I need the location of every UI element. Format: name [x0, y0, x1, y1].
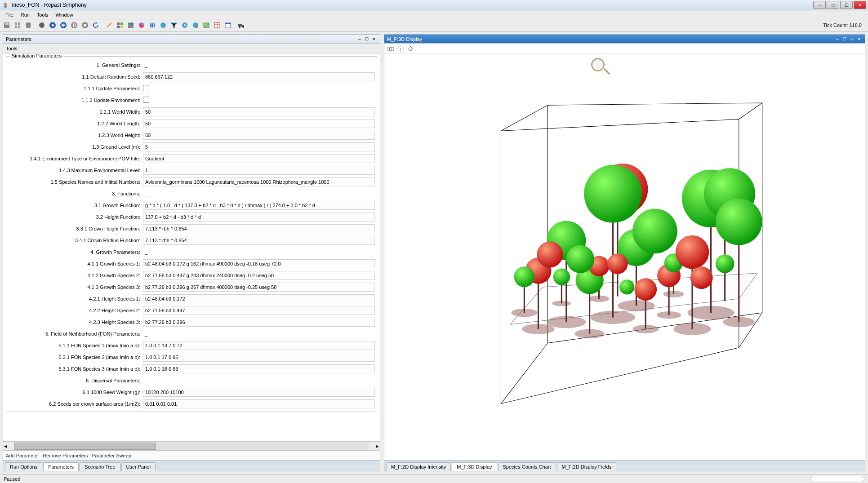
param-input[interactable] [143, 201, 375, 210]
param-row: 3.1 Growth Function: [8, 199, 375, 211]
horizontal-scrollbar[interactable]: ◄ ► [3, 441, 380, 450]
tab-3d-display[interactable]: M_F:3D Display [452, 462, 497, 471]
record-icon[interactable] [37, 20, 47, 30]
param-input[interactable] [143, 166, 375, 175]
maximize-button[interactable]: ☐ [840, 1, 853, 9]
add-parameter-link[interactable]: Add Parameter [6, 453, 39, 458]
param-row: 6.1 1000 Seed Weight (g): [8, 386, 375, 398]
panel-minimize-icon[interactable]: ─ [356, 36, 363, 42]
palette-icon[interactable] [115, 20, 125, 30]
home-icon[interactable] [407, 45, 414, 52]
parameters-scroll-area[interactable]: Simulation Parameters 1. General Setting… [3, 53, 380, 441]
truck-icon[interactable] [236, 20, 246, 30]
param-input[interactable] [143, 119, 375, 128]
camera-icon[interactable] [387, 45, 394, 52]
param-input[interactable] [143, 259, 375, 268]
param-input[interactable] [143, 306, 375, 315]
tab-scenario-tree[interactable]: Scenario Tree [80, 462, 120, 471]
image-icon[interactable] [201, 20, 211, 30]
param-label: 1.5 Species Names and Initital Numbers: [8, 179, 143, 185]
panel-maximize-icon[interactable]: ☐ [364, 36, 370, 42]
param-checkbox[interactable] [143, 85, 149, 91]
network-icon[interactable] [169, 20, 179, 30]
param-static-value: _ [143, 191, 147, 196]
param-input[interactable] [143, 364, 375, 373]
close-button[interactable]: ✕ [854, 1, 866, 9]
param-row: 5.2.1 FON Species 2 (Imax Imin a b): [8, 351, 375, 363]
people-icon[interactable] [126, 20, 136, 30]
param-label: 4.1.3 Growth Species 3: [8, 284, 143, 290]
restore-button[interactable]: ▭ [827, 1, 839, 9]
param-input[interactable] [143, 388, 375, 397]
param-input[interactable] [143, 283, 375, 292]
calendar-icon[interactable] [223, 20, 233, 30]
play-icon[interactable] [48, 20, 58, 30]
param-input[interactable] [143, 72, 375, 81]
param-input[interactable] [143, 142, 375, 151]
param-input[interactable] [143, 353, 375, 362]
param-row: 3.2 Height Function: [8, 211, 375, 223]
reset-icon[interactable] [91, 20, 101, 30]
globe-arrow-icon[interactable] [180, 20, 190, 30]
param-row: 4.1.3 Growth Species 3: [8, 281, 375, 293]
3d-canvas[interactable] [384, 53, 865, 460]
globe-gear-icon[interactable] [191, 20, 200, 30]
param-input[interactable] [143, 341, 375, 350]
param-input[interactable] [143, 154, 375, 163]
param-input[interactable] [143, 271, 375, 280]
tab-species-counts[interactable]: Species Counts Chart [498, 462, 556, 471]
stop-icon[interactable] [80, 20, 90, 30]
display-restore-icon[interactable]: ▭ [849, 36, 855, 42]
param-input[interactable] [143, 318, 375, 327]
param-input[interactable] [143, 213, 375, 222]
display-minimize-icon[interactable]: ─ [834, 36, 841, 42]
globe-blue-icon[interactable] [147, 20, 157, 30]
save-icon[interactable] [2, 20, 12, 30]
database-icon[interactable] [23, 20, 33, 30]
wand-icon[interactable] [104, 20, 114, 30]
chart-icon[interactable] [137, 20, 147, 30]
param-input[interactable] [143, 177, 375, 186]
param-input[interactable] [143, 224, 375, 233]
tab-2d-fields[interactable]: M_F:2D Display Fields [557, 462, 617, 471]
menu-file[interactable]: File [2, 11, 17, 19]
param-input[interactable] [143, 236, 375, 245]
pause-icon[interactable] [69, 20, 79, 30]
param-row: 3. Functions:_ [8, 188, 375, 199]
parameter-sweep-link[interactable]: Parameter Sweep [92, 453, 131, 458]
param-label: 1.1 Default Random Seed: [8, 74, 143, 80]
param-static-value: _ [143, 249, 147, 255]
display-close-icon[interactable]: ✕ [856, 36, 862, 42]
display-maximize-icon[interactable]: ☐ [841, 36, 848, 42]
param-label: 3.1 Growth Function: [8, 203, 143, 208]
tools-label[interactable]: Tools [6, 46, 18, 51]
tab-parameters[interactable]: Parameters [43, 462, 79, 471]
tab-run-options[interactable]: Run Options [5, 462, 42, 471]
param-row: 4.2.3 Height Species 3: [8, 316, 375, 328]
param-checkbox[interactable] [143, 97, 149, 103]
param-input[interactable] [143, 294, 375, 303]
svg-point-17 [111, 22, 112, 24]
grid-icon[interactable] [13, 20, 22, 30]
info-icon[interactable]: i [397, 45, 404, 52]
globe-icon[interactable] [158, 20, 168, 30]
remove-parameters-link[interactable]: Remove Parameters [43, 453, 88, 458]
svg-rect-35 [204, 23, 209, 27]
tab-user-panel[interactable]: User Panel [121, 462, 156, 471]
svg-point-34 [196, 25, 198, 28]
tab-2d-intensity[interactable]: M_F:2D Display Intensity [386, 462, 451, 471]
param-input[interactable] [143, 107, 375, 116]
panel-close-icon[interactable]: ✕ [371, 36, 377, 42]
menu-tools[interactable]: Tools [33, 11, 52, 19]
param-input[interactable] [143, 399, 375, 408]
table-icon[interactable] [212, 20, 222, 30]
step-icon[interactable] [58, 20, 68, 30]
svg-rect-2 [15, 22, 17, 25]
param-label: 1.4.1 Environment Type or Environment PG… [8, 156, 143, 161]
svg-line-50 [501, 105, 548, 131]
svg-point-100 [607, 254, 628, 275]
param-input[interactable] [143, 131, 375, 140]
menu-window[interactable]: Window [52, 11, 77, 19]
menu-run[interactable]: Run [17, 11, 33, 19]
minimize-button[interactable]: ─ [813, 1, 826, 9]
